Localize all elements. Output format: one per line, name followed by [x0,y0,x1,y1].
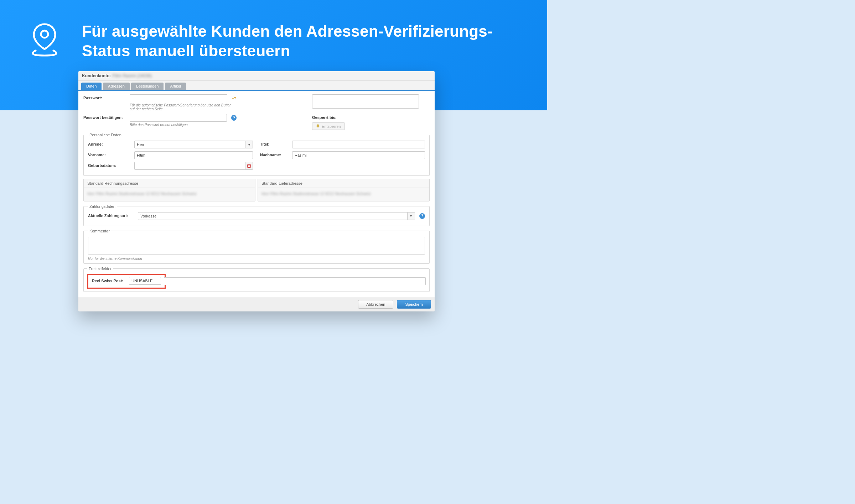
billing-address-box: Standard-Rechnungsadresse Herr Fltim Ras… [83,179,255,201]
payment-legend: Zahlungsdaten [88,204,117,209]
password-hint: Für die automatische Passwort-Generierun… [130,103,237,111]
comment-textarea[interactable] [88,237,425,254]
freitext-legend: Freitextfelder [87,267,113,271]
panel-header: Kundenkonto: Fltim Rasimi (24038) [78,71,435,81]
lastname-label: Nachname: [260,151,292,157]
help-icon[interactable]: ? [419,213,425,219]
calendar-icon[interactable] [245,162,253,170]
payment-method-label: Aktuelle Zahlungsart: [88,212,138,218]
tab-bar: Daten Adressen Bestellungen Artikel [78,81,435,91]
svg-point-0 [41,31,48,38]
billing-address-body: Herr Fltim Rasimi Stadionstrasse 12 8212… [84,188,255,201]
reci-swiss-post-input[interactable] [129,277,161,285]
button-row: Abbrechen Speichern [78,297,435,311]
lastname-input[interactable] [292,151,425,159]
firstname-label: Vorname: [88,151,134,157]
payment-fieldset: Zahlungsdaten Aktuelle Zahlungsart: ▾ ? [83,204,430,226]
salutation-label: Anrede: [88,141,134,146]
panel-header-label: Kundenkonto: [82,73,111,78]
locked-until-label: Gesperrt bis: [312,114,344,120]
shipping-address-title: Standard-Lieferadresse [258,179,429,188]
chevron-down-icon[interactable]: ▾ [408,212,415,220]
generate-password-icon[interactable] [232,95,237,101]
comment-legend: Kommentar [88,229,111,233]
location-pin-icon [28,21,61,58]
personal-data-legend: Persönliche Daten [88,133,123,137]
shipping-address-body: Herr Fltim Rasimi Stadionstrasse 12 8212… [258,188,429,201]
password-confirm-label: Passwort bestätigen: [83,114,130,120]
salutation-select[interactable] [134,141,245,148]
billing-address-title: Standard-Rechnungsadresse [84,179,255,188]
dob-label: Geburtsdatum: [88,162,134,168]
freitext-highlight: Reci Swiss Post: [87,274,166,289]
firstname-input[interactable] [134,151,253,159]
customer-account-panel: Kundenkonto: Fltim Rasimi (24038) Daten … [78,71,435,311]
password-confirm-input[interactable] [130,114,227,122]
reci-swiss-post-label: Reci Swiss Post: [92,279,125,283]
cancel-button[interactable]: Abbrechen [358,300,393,309]
save-button[interactable]: Speichern [397,300,431,309]
hero-title: Für ausgewählte Kunden den Adressen-Veri… [82,21,519,61]
locked-until-display [312,94,419,109]
password-input[interactable] [130,94,227,102]
shipping-address-box: Standard-Lieferadresse Herr Fltim Rasimi… [258,179,430,201]
password-confirm-hint: Bitte das Passwort erneut bestätigen [130,123,237,127]
comment-hint: Nur für die interne Kommunikation [88,257,425,261]
comment-fieldset: Kommentar Nur für die interne Kommunikat… [83,229,430,264]
tab-daten[interactable]: Daten [81,83,102,90]
title-label: Titel: [260,141,292,146]
tab-artikel[interactable]: Artikel [165,83,186,90]
payment-method-select[interactable] [138,212,408,220]
tab-bestellungen[interactable]: Bestellungen [131,83,164,90]
password-label: Passwort: [83,94,130,100]
personal-data-fieldset: Persönliche Daten Anrede: ▾ [83,133,430,176]
panel-header-name: Fltim Rasimi (24038) [112,73,152,78]
unlock-button[interactable]: Entsperren [312,122,345,130]
freitext-fieldset: Freitextfelder Reci Swiss Post: [83,267,430,292]
dob-input[interactable] [134,162,245,170]
help-icon[interactable]: ? [231,115,237,121]
unlock-icon [316,124,320,128]
tab-adressen[interactable]: Adressen [103,83,129,90]
title-input[interactable] [292,141,425,148]
chevron-down-icon[interactable]: ▾ [245,141,253,148]
svg-rect-2 [248,165,251,166]
